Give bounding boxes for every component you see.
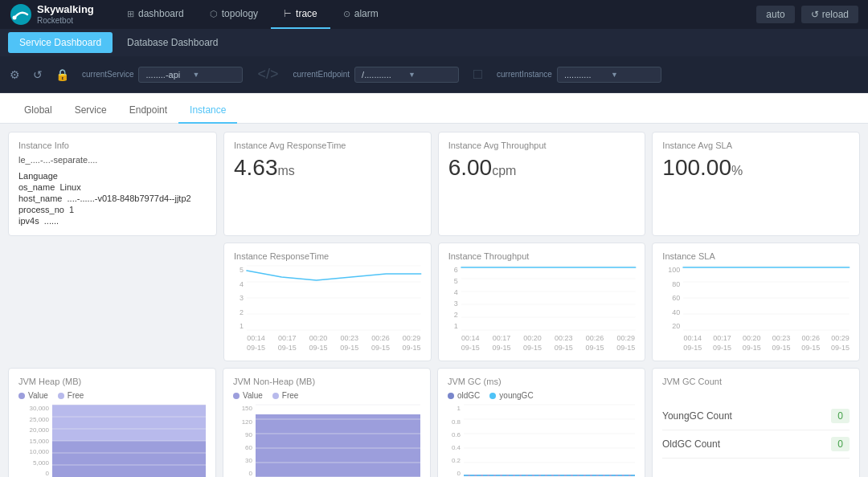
young-gc-count-value: 0 — [831, 409, 850, 423]
old-gc-count-row: OldGC Count 0 — [662, 430, 850, 459]
heap-bar-chart — [52, 405, 206, 477]
logo-main-text: Skywalking — [37, 3, 94, 16]
avg-sla-value: 100.00% — [662, 155, 850, 181]
ipv4-value: ...... — [44, 216, 59, 226]
chart-row: Instance ResponseTime 54321 — [8, 243, 860, 361]
heap-chart-svg-container: 00:1409-15 00:1709-15 00:2009-15 00:2309… — [52, 405, 206, 477]
nav-item-dashboard[interactable]: ⊞ dashboard — [114, 0, 197, 29]
endpoint-selector-dropdown[interactable]: /........... ▼ — [354, 67, 459, 83]
host-row: host_name ....-......-v018-848b7977d4--j… — [18, 194, 207, 203]
tab-endpoint[interactable]: Endpoint — [118, 98, 178, 124]
old-gc-dot — [448, 393, 454, 399]
instance-hostname: le_....-...-separate.... — [18, 155, 207, 165]
logo-sub-text: Rocketbot — [37, 16, 94, 26]
reload-icon: ↺ — [811, 9, 819, 20]
process-label: process_no — [18, 205, 64, 214]
svg-point-1 — [13, 16, 17, 20]
throughput-chart-title: Instance Throughput — [448, 251, 636, 261]
main-content: Instance Info le_....-...-separate.... L… — [0, 124, 868, 477]
heap-free-dot — [58, 393, 64, 399]
young-gc-legend: youngGC — [489, 391, 533, 400]
tab-service-dashboard[interactable]: Service Dashboard — [8, 32, 113, 53]
throughput-x-labels: 00:1409-15 00:1709-15 00:2009-15 00:2309… — [461, 334, 636, 353]
avg-response-card: Instance Avg ResponseTime 4.63ms — [223, 132, 432, 236]
jvm-gc-legend: oldGC youngGC — [448, 391, 635, 400]
avg-throughput-value: 6.00cpm — [448, 155, 636, 181]
service-selector-value: ........-api — [145, 70, 189, 80]
heap-y-axis: 30,00025,00020,00015,00010,0005,0000 — [18, 405, 49, 477]
avg-response-title: Instance Avg ResponseTime — [234, 141, 421, 150]
throughput-chart-card: Instance Throughput 654321 — [438, 243, 646, 361]
settings-icon[interactable]: ⚙ — [10, 68, 20, 81]
tab-database-dashboard[interactable]: Database Dashboard — [116, 32, 229, 53]
gc-chart-svg-container: 00:1409-15 00:1709-15 00:2009-15 00:2309… — [464, 405, 635, 477]
sla-chart-area: 10080604020 00:1409-15 00:1709-15 — [662, 266, 850, 353]
instance-selector-dropdown[interactable]: ........... ▼ — [557, 67, 661, 83]
young-gc-count-label: YoungGC Count — [662, 410, 732, 422]
sla-chart-card: Instance SLA 10080604020 — [652, 243, 860, 361]
top-row: Instance Info le_....-...-separate.... L… — [8, 132, 860, 236]
jvm-heap-card: JVM Heap (MB) Value Free 30,00025,00020,… — [8, 368, 216, 477]
process-row: process_no 1 — [18, 205, 207, 214]
nonheap-bar-chart — [256, 405, 420, 477]
avg-throughput-title: Instance Avg Throughput — [448, 141, 636, 150]
svg-rect-18 — [52, 405, 206, 441]
auto-button[interactable]: auto — [756, 6, 794, 23]
avg-response-value: 4.63ms — [234, 155, 421, 181]
response-chart-svg-container: 00:1409-15 00:1709-15 00:2009-15 00:2309… — [247, 266, 421, 353]
lock-icon[interactable]: 🔒 — [55, 68, 69, 81]
top-navigation: Skywalking Rocketbot ⊞ dashboard ⬡ topol… — [0, 0, 868, 29]
service-selector-group: currentService ........-api ▼ — [82, 67, 243, 83]
os-value: Linux — [59, 182, 80, 192]
throughput-chart-svg-container: 00:1409-15 00:1709-15 00:2009-15 00:2309… — [461, 266, 636, 353]
sla-x-labels: 00:1409-15 00:1709-15 00:2009-15 00:2309… — [683, 334, 850, 353]
heap-value-dot — [18, 393, 25, 399]
selector-sep-1: </> — [257, 66, 278, 83]
language-row: Language — [18, 171, 207, 181]
instance-selector-group: currentInstance ........... ▼ — [497, 67, 661, 83]
service-selector-dropdown[interactable]: ........-api ▼ — [138, 67, 243, 83]
reload-label: reload — [822, 9, 849, 20]
logo-text: Skywalking Rocketbot — [37, 3, 94, 26]
tab-instance[interactable]: Instance — [178, 98, 237, 124]
service-chevron-icon: ▼ — [192, 71, 235, 79]
instance-selector-value: ........... — [564, 70, 608, 80]
jvm-gc-count-card: JVM GC Count YoungGC Count 0 OldGC Count… — [652, 368, 860, 477]
avg-sla-card: Instance Avg SLA 100.00% — [652, 132, 860, 236]
nav-label-topology: topology — [222, 8, 258, 19]
trace-icon: ⊢ — [284, 9, 292, 19]
alarm-icon: ⊙ — [343, 9, 350, 19]
instance-info-card: Instance Info le_....-...-separate.... L… — [8, 132, 217, 236]
gc-y-axis: 10.80.60.40.20 — [448, 405, 461, 477]
endpoint-selector-group: currentEndpoint /........... ▼ — [293, 67, 460, 83]
sla-line-chart — [683, 266, 850, 330]
sla-chart-title: Instance SLA — [662, 251, 850, 261]
refresh-icon[interactable]: ↺ — [33, 68, 43, 81]
young-gc-dot — [489, 393, 496, 399]
sla-y-axis: 10080604020 — [662, 266, 680, 330]
page-tabs: Global Service Endpoint Instance — [0, 93, 868, 124]
svg-rect-19 — [52, 441, 206, 477]
process-value: 1 — [69, 205, 74, 214]
jvm-nonheap-title: JVM Non-Heap (MB) — [233, 377, 420, 386]
ipv4-label: ipv4s — [18, 216, 39, 226]
nav-item-alarm[interactable]: ⊙ alarm — [330, 0, 391, 29]
nonheap-chart-area: 1501209060300 00:1409-15 — [233, 405, 420, 477]
nav-label-alarm: alarm — [354, 8, 379, 19]
nav-item-trace[interactable]: ⊢ trace — [271, 0, 330, 29]
gc-line-chart — [464, 405, 635, 477]
tab-service[interactable]: Service — [63, 98, 118, 124]
nav-label-trace: trace — [296, 8, 317, 19]
nav-item-topology[interactable]: ⬡ topology — [197, 0, 271, 29]
jvm-gc-title: JVM GC (ms) — [448, 377, 635, 386]
instance-chevron-icon: ▼ — [611, 71, 654, 79]
tab-global[interactable]: Global — [13, 98, 63, 124]
sla-chart-svg-container: 00:1409-15 00:1709-15 00:2009-15 00:2309… — [683, 266, 850, 353]
endpoint-selector-value: /........... — [362, 70, 405, 80]
jvm-heap-legend: Value Free — [18, 391, 206, 400]
gc-chart-area: 10.80.60.40.20 00:14 — [448, 405, 635, 477]
nonheap-chart-svg-container: 00:1409-15 00:1709-15 00:2009-15 00:2309… — [256, 405, 420, 477]
jvm-gc-count-title: JVM GC Count — [662, 377, 850, 386]
reload-button[interactable]: ↺ reload — [801, 6, 858, 23]
old-gc-legend: oldGC — [448, 391, 480, 400]
